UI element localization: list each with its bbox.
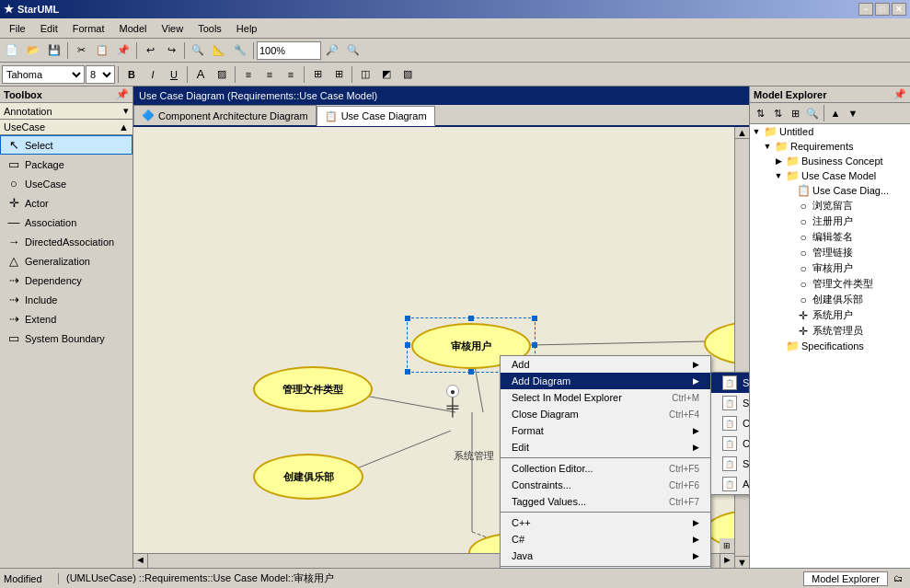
minimize-button[interactable]: −	[858, 3, 873, 16]
tool-item-include[interactable]: ⇢Include	[0, 290, 132, 309]
tree-item-Use-Case-Model[interactable]: ▼📁Use Case Model	[750, 168, 910, 183]
sub-item-collaboration-diagram-role[interactable]: 📋Collaboration Diagram (Role)	[711, 433, 749, 454]
font-size-select[interactable]: 8	[86, 65, 115, 84]
maximize-button[interactable]: □	[875, 3, 890, 16]
toolbox-pin-icon[interactable]: 📌	[116, 88, 129, 100]
tab-component-architecture-diagram[interactable]: 🔷Component Architecture Diagram	[133, 105, 317, 125]
align-left-btn[interactable]: ≡	[238, 64, 259, 85]
undo-button[interactable]: ↩	[140, 40, 160, 61]
tb1[interactable]: 🔍	[188, 40, 208, 61]
me-search-btn[interactable]: 🔍	[804, 105, 821, 121]
align-right-btn[interactable]: ≡	[281, 64, 301, 85]
ctx-item-c[interactable]: C#▶	[501, 531, 710, 548]
ctx-item-select-in-model-explorer[interactable]: Select In Model ExplorerCtrl+M	[501, 389, 710, 406]
new-button[interactable]: 📄	[2, 40, 22, 61]
bold-btn[interactable]: B	[121, 64, 142, 85]
fill-btn[interactable]: ▨	[212, 64, 232, 85]
italic-btn[interactable]: I	[143, 64, 163, 85]
tool-item-actor[interactable]: ✛Actor	[0, 193, 132, 213]
tree-item-创建俱乐部[interactable]: ○创建俱乐部	[750, 292, 910, 307]
tool-item-systemboundary[interactable]: ▭System Boundary	[0, 329, 132, 348]
me-up-btn[interactable]: ▲	[827, 105, 844, 121]
color-btn[interactable]: A	[190, 64, 211, 85]
sub-item-statechart-diagram[interactable]: 📋Statechart Diagram	[711, 454, 749, 474]
tab-use-case-diagram[interactable]: 📋Use Case Diagram	[317, 106, 435, 126]
menu-item-help[interactable]: Help	[229, 21, 265, 36]
open-button[interactable]: 📂	[23, 40, 43, 61]
paste-button[interactable]: 📌	[113, 40, 133, 61]
ctx-item-add[interactable]: Add▶	[501, 356, 710, 373]
save-button[interactable]: 💾	[44, 40, 64, 61]
tool-item-package[interactable]: ▭Package	[0, 155, 132, 174]
tree-item-Untitled[interactable]: ▼📁Untitled	[750, 124, 910, 139]
me-filter-btn[interactable]: ⊞	[787, 105, 803, 121]
ctx-item-close-diagram[interactable]: Close DiagramCtrl+F4	[501, 406, 710, 422]
tree-item-系统管理员[interactable]: ✛系统管理员	[750, 323, 910, 339]
sub-item-activity-diagram[interactable]: 📋Activity Diagram	[711, 474, 749, 494]
ctx-item-java[interactable]: Java▶	[501, 548, 710, 564]
tool-item-generalization[interactable]: △Generalization	[0, 251, 132, 271]
tree-item-Requirements[interactable]: ▼📁Requirements	[750, 139, 910, 154]
ctx-item-constraints[interactable]: Constraints...Ctrl+F6	[501, 477, 710, 493]
nav-btn[interactable]: ⊞	[720, 538, 734, 553]
tree-item-系统用户[interactable]: ✛系统用户	[750, 307, 910, 323]
canvas[interactable]: ● ╪ 审核用户 浏览留言 管理文件类型 创建俱乐部 管理链接 编辑签名 系统管…	[133, 127, 749, 568]
underline-btn[interactable]: U	[164, 64, 184, 85]
tool-item-select[interactable]: ↖Select	[0, 135, 132, 155]
menu-item-format[interactable]: Format	[65, 21, 112, 36]
extra3[interactable]: ▧	[397, 64, 418, 85]
snap-btn[interactable]: ⊞	[307, 64, 328, 85]
usecase-创建俱乐部[interactable]: 创建俱乐部	[253, 454, 363, 500]
menu-item-edit[interactable]: Edit	[33, 21, 65, 36]
tool-item-dependency[interactable]: ⇢Dependency	[0, 271, 132, 290]
tree-item-注册用户[interactable]: ○注册用户	[750, 213, 910, 229]
tree-item-浏览留言[interactable]: ○浏览留言	[750, 198, 910, 213]
ctx-item-edit[interactable]: Edit▶	[501, 439, 710, 455]
extra1[interactable]: ◫	[355, 64, 375, 85]
ctx-item-collection-editor[interactable]: Collection Editor...Ctrl+F5	[501, 460, 710, 477]
redo-button[interactable]: ↪	[161, 40, 181, 61]
zoom-out-btn[interactable]: 🔍	[343, 40, 363, 61]
align-center-btn[interactable]: ≡	[259, 64, 280, 85]
tool-item-extend[interactable]: ⇢Extend	[0, 309, 132, 329]
ctx-item-add-diagram[interactable]: Add Diagram▶	[501, 373, 710, 389]
tree-item-Business-Concept[interactable]: ▶📁Business Concept	[750, 154, 910, 168]
statusbar-tab-model[interactable]: Model Explorer	[803, 571, 888, 586]
zoom-input[interactable]	[257, 41, 321, 60]
me-sync-btn[interactable]: ⇅	[752, 105, 768, 121]
menu-item-model[interactable]: Model	[112, 21, 155, 36]
tool-item-association[interactable]: —Association	[0, 213, 132, 232]
me-pin[interactable]: 📌	[893, 88, 906, 100]
tree-item-管理链接[interactable]: ○管理链接	[750, 245, 910, 260]
tb3[interactable]: 🔧	[230, 40, 250, 61]
sub-item-sequence-diagram[interactable]: 📋Sequence Diagram	[711, 373, 749, 393]
extra2[interactable]: ◩	[376, 64, 397, 85]
sub-item-collaboration-diagram[interactable]: 📋Collaboration Diagram	[711, 413, 749, 433]
menu-item-tools[interactable]: Tools	[190, 21, 229, 36]
usecase-管理文件类型[interactable]: 管理文件类型	[253, 366, 373, 412]
sub-item-sequence-diagram-role[interactable]: 📋Sequence Diagram (Role)	[711, 393, 749, 413]
tree-item-Use-Case-Diag...[interactable]: 📋Use Case Diag...	[750, 183, 910, 198]
ctx-item-tagged-values[interactable]: Tagged Values...Ctrl+F7	[501, 493, 710, 510]
me-sort-btn[interactable]: ⇅	[769, 105, 786, 121]
grid-btn[interactable]: ⊞	[328, 64, 349, 85]
vertical-scrollbar[interactable]: ▲ ▼	[734, 127, 749, 568]
tool-item-directed[interactable]: →DirectedAssociation	[0, 232, 132, 251]
tree-item-编辑签名[interactable]: ○编辑签名	[750, 229, 910, 245]
tree-item-审核用户[interactable]: ○审核用户	[750, 260, 910, 276]
tool-item-usecase[interactable]: ○UseCase	[0, 174, 132, 193]
statusbar-icon-btn[interactable]: 🗂	[890, 571, 906, 587]
close-button[interactable]: ✕	[892, 3, 906, 16]
tb2[interactable]: 📐	[209, 40, 229, 61]
zoom-in-btn[interactable]: 🔎	[322, 40, 342, 61]
ctx-item-format[interactable]: Format▶	[501, 422, 710, 439]
tree-item-Specifications[interactable]: 📁Specifications	[750, 339, 910, 353]
me-down-btn[interactable]: ▼	[845, 105, 861, 121]
tree-item-管理文件类型[interactable]: ○管理文件类型	[750, 276, 910, 292]
ctx-item-c[interactable]: C++▶	[501, 514, 710, 531]
menu-item-file[interactable]: File	[2, 21, 33, 36]
copy-button[interactable]: 📋	[92, 40, 112, 61]
font-select[interactable]: Tahoma	[2, 65, 85, 84]
menu-item-view[interactable]: View	[155, 21, 191, 36]
cut-button[interactable]: ✂	[71, 40, 91, 61]
